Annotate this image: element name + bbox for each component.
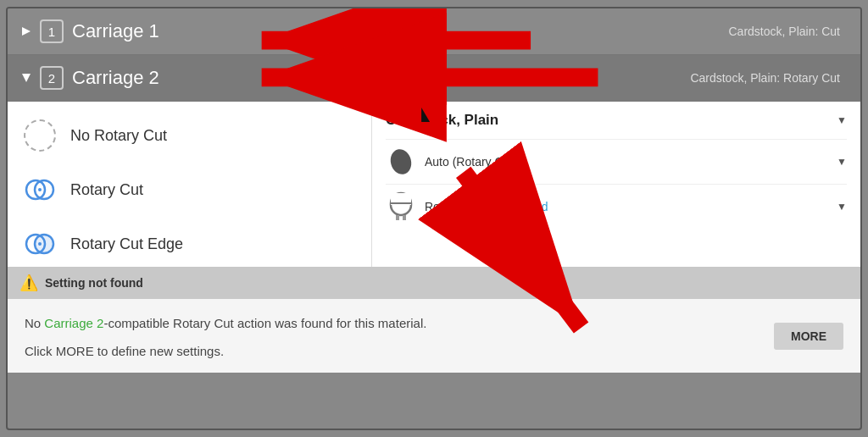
svg-marker-0	[22, 27, 31, 36]
blade-dropdown-arrow[interactable]: ▼	[837, 201, 847, 213]
carriage2-number: 2	[40, 66, 64, 90]
carriage2-title: Carriage 2	[72, 67, 690, 89]
carriage2-subtitle: Cardstock, Plain: Rotary Cut	[690, 71, 840, 85]
action-setting-left: Auto (Rotary Cut)	[386, 147, 517, 177]
carriage-link: Carriage 2	[44, 316, 103, 330]
warning-icon: ⚠️	[19, 274, 38, 292]
blade-setting-row: Rotary Blade (Detected ▼	[386, 184, 847, 229]
svg-rect-11	[396, 215, 399, 220]
warning-text: Setting not found	[45, 276, 143, 290]
no-rotary-icon	[21, 117, 58, 154]
carriage2-expand-icon[interactable]	[18, 69, 35, 86]
action-setting-row: Auto (Rotary Cut) ▼	[386, 139, 847, 184]
action-label: Auto (Rotary Cut)	[425, 155, 517, 169]
cut-mode-no-rotary[interactable]: No Rotary Cut	[8, 108, 371, 163]
action-dropdown-arrow[interactable]: ▼	[837, 156, 847, 168]
svg-rect-12	[403, 215, 406, 220]
rotary-cut-label: Rotary Cut	[70, 181, 143, 199]
left-panel: No Rotary Cut Rotary Cut	[8, 102, 372, 267]
carriage1-number: 1	[40, 19, 64, 43]
carriage2-row[interactable]: 2 Carriage 2 Cardstock, Plain: Rotary Cu…	[8, 55, 860, 102]
error-message: No Carriage 2-compatible Rotary Cut acti…	[25, 314, 550, 334]
blade-setting-left: Rotary Blade (Detected	[386, 191, 548, 222]
rotary-cut-icon	[21, 171, 58, 208]
rotary-cut-edge-label: Rotary Cut Edge	[70, 235, 183, 253]
svg-marker-1	[22, 74, 31, 82]
material-dropdown-arrow[interactable]: ▼	[837, 114, 847, 126]
blade-icon	[386, 191, 416, 222]
rotary-cut-edge-icon	[21, 225, 58, 263]
content-area: No Rotary Cut Rotary Cut	[8, 102, 860, 267]
svg-point-6	[35, 235, 53, 253]
action-icon	[386, 147, 416, 177]
material-header: Cardstock, Plain ▼	[386, 112, 847, 129]
blade-label: Rotary Blade (Detected	[425, 200, 548, 213]
carriage1-subtitle: Cardstock, Plain: Cut	[729, 25, 841, 38]
no-rotary-label: No Rotary Cut	[70, 127, 167, 145]
warning-banner: ⚠️ Setting not found	[8, 267, 860, 299]
right-panel: Cardstock, Plain ▼ Auto (Rotary Cut) ▼	[372, 102, 860, 267]
carriage1-row[interactable]: 1 Carriage 1 Cardstock, Plain: Cut	[8, 8, 860, 55]
error-area: No Carriage 2-compatible Rotary Cut acti…	[8, 299, 860, 373]
detected-label: (Detected	[497, 200, 548, 213]
material-name: Cardstock, Plain	[386, 112, 498, 129]
svg-point-4	[38, 188, 42, 191]
carriage1-title: Carriage 1	[72, 20, 729, 42]
hint-text: Click MORE to define new settings.	[25, 342, 550, 362]
cut-mode-rotary[interactable]: Rotary Cut	[8, 163, 371, 217]
more-button[interactable]: MORE	[774, 323, 843, 350]
svg-point-7	[38, 242, 42, 246]
main-container: 1 Carriage 1 Cardstock, Plain: Cut 2 Car…	[6, 7, 862, 430]
carriage1-expand-icon[interactable]	[18, 23, 35, 40]
cut-mode-rotary-edge[interactable]: Rotary Cut Edge	[8, 217, 371, 271]
